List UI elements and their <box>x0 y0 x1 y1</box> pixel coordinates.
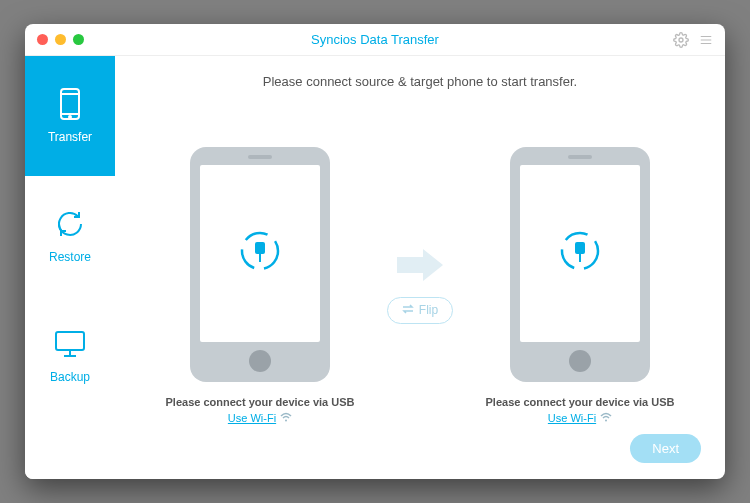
instruction-text: Please connect source & target phone to … <box>135 74 705 89</box>
main-panel: Please connect source & target phone to … <box>115 56 725 479</box>
svg-point-7 <box>69 116 71 118</box>
wifi-icon <box>600 412 612 424</box>
source-device-slot: Please connect your device via USB Use W… <box>155 147 365 424</box>
phone-icon <box>60 88 80 120</box>
minimize-window-button[interactable] <box>55 34 66 45</box>
swap-icon <box>402 303 414 318</box>
svg-rect-13 <box>259 254 261 262</box>
source-phone-placeholder <box>190 147 330 382</box>
sidebar-item-restore[interactable]: Restore <box>25 176 115 296</box>
center-controls: Flip <box>375 247 465 324</box>
arrow-right-icon <box>397 247 443 287</box>
sidebar-item-label: Backup <box>50 370 90 384</box>
wifi-icon <box>280 412 292 424</box>
svg-rect-12 <box>255 242 265 254</box>
svg-point-0 <box>679 38 683 42</box>
svg-point-19 <box>605 419 607 421</box>
source-status-text: Please connect your device via USB <box>166 396 355 408</box>
sidebar-item-backup[interactable]: Backup <box>25 296 115 416</box>
flip-button[interactable]: Flip <box>387 297 453 324</box>
app-title: Syncios Data Transfer <box>25 32 725 47</box>
svg-rect-18 <box>579 254 581 262</box>
svg-point-14 <box>285 419 287 421</box>
menu-icon[interactable] <box>699 33 713 47</box>
settings-icon[interactable] <box>673 32 689 48</box>
close-window-button[interactable] <box>37 34 48 45</box>
sidebar-item-label: Restore <box>49 250 91 264</box>
next-button[interactable]: Next <box>630 434 701 463</box>
sidebar: Transfer Restore <box>25 56 115 479</box>
target-phone-placeholder <box>510 147 650 382</box>
maximize-window-button[interactable] <box>73 34 84 45</box>
connector-icon <box>556 227 604 279</box>
window-controls <box>37 34 84 45</box>
restore-icon <box>55 208 85 240</box>
titlebar: Syncios Data Transfer <box>25 24 725 56</box>
target-device-slot: Please connect your device via USB Use W… <box>475 147 685 424</box>
connector-icon <box>236 227 284 279</box>
svg-rect-17 <box>575 242 585 254</box>
svg-marker-15 <box>397 249 443 281</box>
target-wifi-link[interactable]: Use Wi-Fi <box>548 412 612 424</box>
target-status-text: Please connect your device via USB <box>486 396 675 408</box>
app-window: Syncios Data Transfer <box>25 24 725 479</box>
sidebar-item-transfer[interactable]: Transfer <box>25 56 115 176</box>
monitor-icon <box>54 328 86 360</box>
sidebar-item-label: Transfer <box>48 130 92 144</box>
source-wifi-link[interactable]: Use Wi-Fi <box>228 412 292 424</box>
svg-rect-8 <box>56 332 84 350</box>
